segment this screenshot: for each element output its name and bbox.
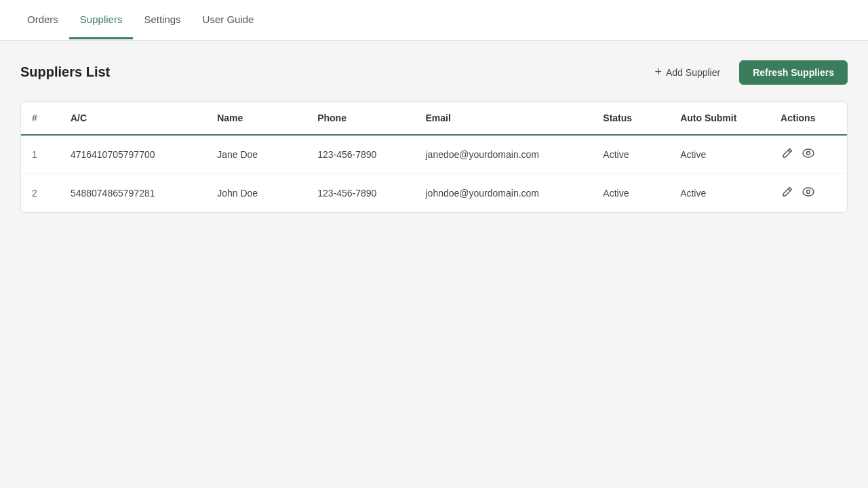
- cell-autosubmit: Active: [669, 135, 770, 174]
- cell-ac: 4716410705797700: [60, 135, 206, 174]
- cell-num: 1: [21, 135, 60, 174]
- cell-name: John Doe: [206, 174, 307, 213]
- cell-ac: 5488074865797281: [60, 174, 206, 213]
- cell-autosubmit: Active: [669, 174, 770, 213]
- edit-button[interactable]: [781, 185, 794, 201]
- cell-phone: 123-456-7890: [307, 135, 414, 174]
- table-body: 1 4716410705797700 Jane Doe 123-456-7890…: [21, 135, 847, 212]
- svg-point-0: [803, 149, 814, 157]
- table-row: 1 4716410705797700 Jane Doe 123-456-7890…: [21, 135, 847, 174]
- plus-icon: +: [654, 65, 662, 79]
- cell-phone: 123-456-7890: [307, 174, 414, 213]
- header-actions: + Add Supplier Refresh Suppliers: [646, 60, 848, 85]
- col-header-status: Status: [592, 102, 669, 135]
- cell-name: Jane Doe: [206, 135, 307, 174]
- pencil-icon: [782, 149, 793, 161]
- cell-num: 2: [21, 174, 60, 213]
- page-title: Suppliers List: [20, 64, 110, 80]
- action-icons: [781, 185, 836, 201]
- nav-user-guide[interactable]: User Guide: [192, 1, 265, 39]
- col-header-email: Email: [415, 102, 593, 135]
- suppliers-table-container: # A/C Name Phone Email Status Auto Submi…: [20, 101, 848, 213]
- refresh-suppliers-button[interactable]: Refresh Suppliers: [739, 60, 848, 85]
- table-header: # A/C Name Phone Email Status Auto Submi…: [21, 102, 847, 135]
- main-content: Suppliers List + Add Supplier Refresh Su…: [0, 41, 868, 232]
- action-icons: [781, 146, 836, 163]
- edit-button[interactable]: [781, 146, 794, 163]
- col-header-num: #: [21, 102, 60, 135]
- cell-actions: [770, 135, 847, 174]
- page-header: Suppliers List + Add Supplier Refresh Su…: [20, 60, 848, 85]
- eye-icon: [802, 187, 814, 199]
- svg-point-1: [807, 152, 810, 155]
- nav-settings[interactable]: Settings: [133, 1, 191, 39]
- view-button[interactable]: [801, 147, 816, 162]
- col-header-phone: Phone: [307, 102, 414, 135]
- col-header-ac: A/C: [60, 102, 206, 135]
- col-header-name: Name: [206, 102, 307, 135]
- col-header-actions: Actions: [770, 102, 847, 135]
- pencil-icon: [782, 188, 793, 199]
- suppliers-table: # A/C Name Phone Email Status Auto Submi…: [21, 102, 847, 212]
- view-button[interactable]: [801, 186, 816, 201]
- top-navigation: Orders Suppliers Settings User Guide: [0, 0, 868, 41]
- svg-point-2: [803, 188, 814, 196]
- cell-email: johndoe@yourdomain.com: [415, 174, 593, 213]
- cell-email: janedoe@yourdomain.com: [415, 135, 593, 174]
- cell-status: Active: [592, 174, 669, 213]
- add-supplier-label: Add Supplier: [666, 67, 720, 78]
- add-supplier-button[interactable]: + Add Supplier: [646, 60, 728, 85]
- nav-orders[interactable]: Orders: [16, 1, 69, 39]
- table-header-row: # A/C Name Phone Email Status Auto Submi…: [21, 102, 847, 135]
- col-header-autosubmit: Auto Submit: [669, 102, 770, 135]
- cell-status: Active: [592, 135, 669, 174]
- svg-point-3: [807, 190, 810, 194]
- cell-actions: [770, 174, 847, 213]
- eye-icon: [802, 148, 814, 160]
- nav-suppliers[interactable]: Suppliers: [69, 1, 134, 39]
- table-row: 2 5488074865797281 John Doe 123-456-7890…: [21, 174, 847, 213]
